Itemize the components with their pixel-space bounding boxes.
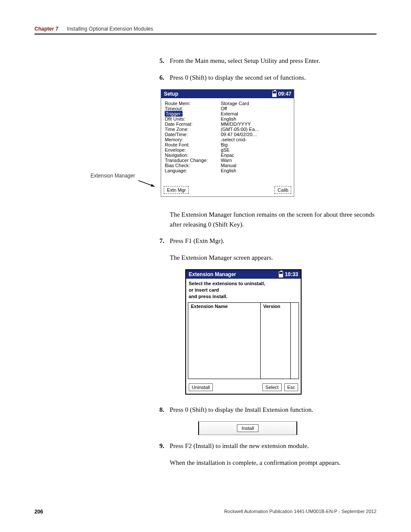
battery-icon: [272, 91, 277, 97]
setup-row: Trigger:External: [165, 111, 290, 116]
page-footer: 206 Rockwell Automation Publication 1441…: [34, 509, 377, 515]
setup-key: Memory:: [165, 137, 221, 142]
setup-row: Date Format:MM/DD/YYYY: [165, 121, 290, 127]
setup-value: External: [221, 111, 290, 116]
device-footer: Uninstall Select Esc: [186, 379, 301, 394]
softkey-uninstall[interactable]: Uninstall: [189, 383, 213, 391]
step-text: Press 0 (Shift) to display the second se…: [170, 73, 306, 83]
setup-row: Navigation:Enpac: [165, 152, 290, 158]
device-instructions: Select the extensions to uninstall, or i…: [186, 279, 301, 302]
setup-key: Date/Time:: [165, 132, 221, 137]
setup-key: Bias Check:: [165, 163, 221, 168]
setup-value: Storage Card: [221, 101, 290, 106]
step-text: Press F1 (Extn Mgr).: [170, 236, 224, 246]
chapter-label: Chapter 7: [34, 26, 58, 32]
arrow-icon: [137, 179, 158, 189]
device-title: Extension Manager: [189, 271, 236, 277]
svg-marker-1: [151, 184, 155, 187]
battery-icon: [279, 271, 283, 277]
setup-value: MM/DD/YYYY: [221, 121, 290, 127]
device-setup: Setup 09:47 Route Mem:Storage CardTimeou…: [161, 89, 294, 197]
step-7: 7. Press F1 (Extn Mgr).: [159, 236, 377, 246]
status-area: 10:33: [279, 271, 298, 277]
step-9: 9. Press F2 (Install) to install the new…: [159, 441, 377, 451]
device-titlebar: Extension Manager 10:33: [186, 270, 301, 279]
publication-info: Rockwell Automation Publication 1441-UM0…: [224, 509, 377, 515]
setup-value: gSE: [221, 147, 290, 152]
softkey-extn-mgr[interactable]: Extn Mgr: [164, 186, 189, 194]
setup-value: English: [221, 116, 290, 121]
step-number: 9.: [159, 441, 167, 451]
device-titlebar: Setup 09:47: [161, 90, 294, 98]
setup-value: 09:47 04/02/20…: [221, 132, 290, 137]
figure-setup: Extension Manager Setup 09:47 Route Mem:…: [90, 89, 377, 197]
setup-row: Date/Time:09:47 04/02/20…: [165, 132, 290, 137]
col-version: Version: [261, 303, 291, 310]
setup-value: Off: [221, 106, 290, 111]
step-text: From the Main menu, select Setup Utility…: [170, 56, 320, 66]
setup-key: Date Format:: [165, 121, 221, 127]
step-6: 6. Press 0 (Shift) to display the second…: [159, 73, 377, 83]
callout-label: Extension Manager: [90, 173, 135, 179]
setup-value: (GMT-05:00) Ea…: [221, 127, 290, 132]
setup-value: Big: [221, 142, 290, 147]
setup-key: Transducer Change:: [165, 158, 221, 163]
extension-table: Extension Name Version: [188, 302, 299, 379]
figure-install: Install: [198, 421, 377, 435]
page-number: 206: [34, 509, 43, 515]
step-text: Press F2 (Install) to install the new ex…: [170, 441, 309, 451]
selected-item[interactable]: Trigger:: [165, 111, 183, 117]
setup-row: Route Mem:Storage Card: [165, 101, 290, 106]
table-body: [188, 310, 299, 379]
col-scroll: [291, 303, 299, 310]
setup-key: Route Mem:: [165, 101, 221, 106]
softkey-esc[interactable]: Esc: [284, 383, 298, 391]
chapter-title: Installing Optional Extension Modules: [67, 26, 153, 32]
setup-value: -select cmd-: [221, 137, 290, 142]
setup-value: Manual: [221, 163, 290, 168]
paragraph: The Extension Manager screen appears.: [170, 253, 377, 263]
setup-row: Dflt Units:English: [165, 116, 290, 121]
step-text: Press 0 (Shift) to display the Install E…: [170, 405, 313, 415]
setup-key: Navigation:: [165, 152, 221, 158]
paragraph: The Extension Manager function remains o…: [170, 210, 377, 229]
step-number: 7.: [159, 236, 167, 246]
step-number: 5.: [159, 56, 167, 66]
setup-row: Transducer Change:Warn: [165, 158, 290, 163]
instruction-line: Select the extensions to uninstall,: [189, 280, 298, 287]
softkey-select[interactable]: Select: [262, 383, 282, 391]
setup-key: Time Zone:: [165, 127, 221, 132]
setup-value: Enpac: [221, 152, 290, 158]
step-8: 8. Press 0 (Shift) to display the Instal…: [159, 405, 377, 415]
setup-row: Language:English: [165, 168, 290, 173]
softkey-install[interactable]: Install: [237, 424, 259, 432]
page-header: Chapter 7 Installing Optional Extension …: [34, 26, 377, 34]
device-time: 10:33: [285, 271, 298, 277]
instruction-line: and press install.: [189, 293, 298, 300]
step-number: 6.: [159, 73, 167, 83]
setup-value: English: [221, 168, 290, 173]
device-time: 09:47: [278, 91, 292, 97]
setup-row: Time Zone:(GMT-05:00) Ea…: [165, 127, 290, 132]
step-5: 5. From the Main menu, select Setup Util…: [159, 56, 377, 66]
setup-row: Timeout:Off: [165, 106, 290, 111]
setup-row: Route Font:Big: [165, 142, 290, 147]
softkey-calib[interactable]: Calib: [274, 186, 291, 194]
setup-key: Envelope:: [165, 147, 221, 152]
setup-key: Dflt Units:: [165, 116, 221, 121]
install-snippet: Install: [198, 421, 297, 435]
status-area: 09:47: [272, 91, 292, 97]
device-body: Route Mem:Storage CardTimeout:OffTrigger…: [161, 98, 294, 175]
setup-key: Trigger:: [165, 111, 221, 116]
instruction-line: or insert card: [189, 287, 298, 293]
step-number: 8.: [159, 405, 167, 415]
device-footer: Extn Mgr Calib: [161, 175, 294, 196]
setup-row: Memory:-select cmd-: [165, 137, 290, 142]
device-title: Setup: [164, 91, 178, 97]
setup-key: Language:: [165, 168, 221, 173]
device-extension-manager: Extension Manager 10:33 Select the exten…: [185, 269, 302, 395]
setup-row: Envelope:gSE: [165, 147, 290, 152]
col-extension-name: Extension Name: [188, 303, 261, 310]
setup-key: Route Font:: [165, 142, 221, 147]
figure-extension-manager: Extension Manager 10:33 Select the exten…: [185, 269, 377, 395]
